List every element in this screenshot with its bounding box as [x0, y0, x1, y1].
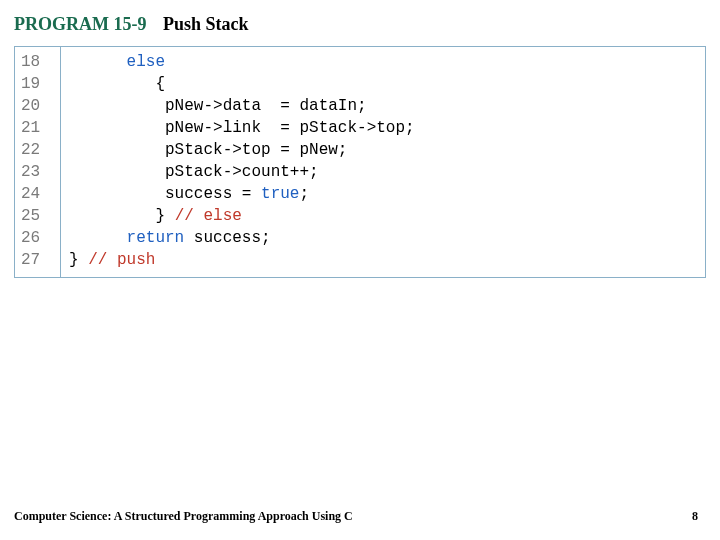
code-line: pNew->data = dataIn;: [69, 95, 697, 117]
program-title: Push Stack: [163, 14, 249, 34]
code-line: {: [69, 73, 697, 95]
line-number-gutter: 18192021222324252627: [15, 47, 61, 277]
line-number: 19: [21, 73, 54, 95]
program-label: PROGRAM 15-9: [14, 14, 146, 34]
slide: PROGRAM 15-9 Push Stack 1819202122232425…: [0, 0, 720, 540]
code-body: else { pNew->data = dataIn; pNew->link =…: [61, 47, 705, 277]
code-line: pStack->top = pNew;: [69, 139, 697, 161]
line-number: 18: [21, 51, 54, 73]
line-number: 20: [21, 95, 54, 117]
code-line: success = true;: [69, 183, 697, 205]
code-line: pStack->count++;: [69, 161, 697, 183]
code-line: } // else: [69, 205, 697, 227]
line-number: 27: [21, 249, 54, 271]
footer-text: Computer Science: A Structured Programmi…: [14, 509, 353, 524]
code-listing: 18192021222324252627 else { pNew->data =…: [14, 46, 706, 278]
line-number: 24: [21, 183, 54, 205]
page-number: 8: [692, 509, 698, 524]
line-number: 25: [21, 205, 54, 227]
code-line: else: [69, 51, 697, 73]
code-line: } // push: [69, 249, 697, 271]
code-line: pNew->link = pStack->top;: [69, 117, 697, 139]
line-number: 23: [21, 161, 54, 183]
program-header: PROGRAM 15-9 Push Stack: [14, 14, 249, 35]
line-number: 22: [21, 139, 54, 161]
line-number: 26: [21, 227, 54, 249]
line-number: 21: [21, 117, 54, 139]
code-line: return success;: [69, 227, 697, 249]
